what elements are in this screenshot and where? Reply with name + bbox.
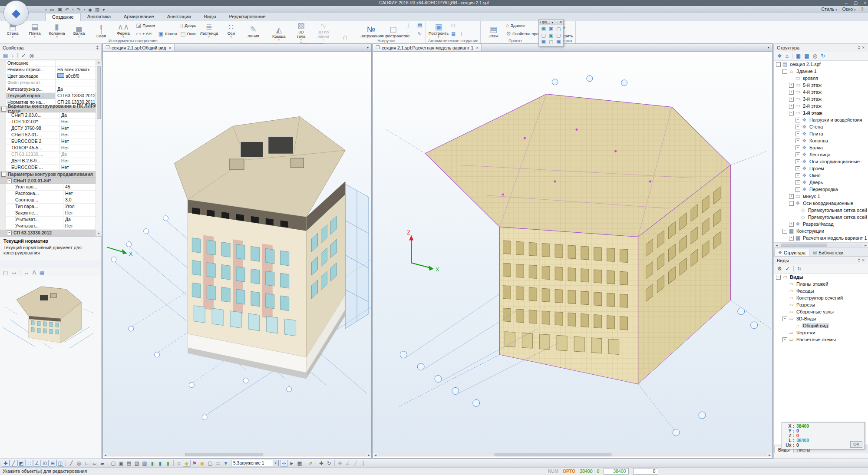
ribbon-button-5-0[interactable]: ▤Этаж (483, 25, 504, 38)
ribbon-button-1-1[interactable]: ▧3D тела▾ (290, 21, 311, 41)
expand-icon[interactable]: + (795, 187, 800, 192)
menu-0[interactable]: Стиль ▾ (821, 7, 837, 12)
property-group[interactable]: −СНиП 2.03.01-84* (0, 178, 101, 184)
ribbon-button-0-11[interactable]: ✎Линия (243, 25, 264, 38)
expand-icon[interactable]: + (795, 173, 800, 178)
load-case-combobox[interactable]: 5.Загружение 1▾ (231, 460, 279, 466)
viewport1-hscrollbar[interactable]: ◀ ▶ (103, 452, 371, 457)
property-value[interactable]: На всех этажах (56, 67, 101, 73)
property-row[interactable]: Угол про...45 (0, 184, 101, 191)
snap-line-icon[interactable]: ╱ (10, 460, 17, 467)
minimize-button[interactable]: – (845, 0, 848, 6)
property-value[interactable]: a0c8f0 (56, 73, 101, 79)
scroll-thumb[interactable] (495, 453, 611, 456)
image-icon[interactable]: ▦ (40, 270, 44, 276)
property-value[interactable]: СП 63.13330.2012▾ (56, 93, 101, 99)
app-logo-button[interactable]: ◆ (3, 0, 29, 26)
property-value[interactable] (56, 60, 101, 66)
sync-icon[interactable]: ◆ (88, 7, 92, 13)
structure-tab-1[interactable]: ▤Библиотеки (809, 249, 847, 256)
structure-tree-item-0[interactable]: −▤секция 2.1.spf (774, 61, 868, 68)
views-tree-item-0[interactable]: −▱Виды (774, 274, 868, 280)
palette-icon-3[interactable]: ▢ (555, 26, 562, 32)
copy-array-icon[interactable]: ▣ (117, 460, 125, 467)
structure-tree-item-3[interactable]: +▭5-й этаж (774, 82, 868, 89)
expand-icon[interactable]: + (795, 145, 800, 150)
ribbon-small-button-2-2-1[interactable]: ↓ (406, 30, 410, 37)
lock-y-icon[interactable]: ⊟ (49, 460, 56, 467)
property-group[interactable]: −Варианты конструирования в ПК ЛИРА-САПР (0, 106, 101, 112)
close-icon[interactable]: × (862, 45, 866, 50)
structure-tree-item-15[interactable]: +❖Проём (774, 165, 868, 172)
copy-icon[interactable]: ▢ (109, 460, 117, 467)
ribbon-button-0-10[interactable]: ∷Оси▾ (221, 23, 241, 38)
collapse-icon[interactable]: − (7, 178, 12, 183)
dropdown-caret-icon[interactable]: ▾ (84, 8, 86, 11)
viewport-analytic-model[interactable]: ❒ секция 2.1.spf:Расчетная модель вариан… (373, 43, 772, 459)
collapse-icon[interactable]: − (789, 201, 794, 206)
parallel-disabled-icon[interactable]: ∥ (360, 460, 367, 467)
ribbon-tab-3[interactable]: Аннотации (161, 13, 198, 21)
palette-icon-2[interactable]: ▣ (548, 26, 554, 32)
categorize-icon[interactable]: ▦ (3, 53, 8, 59)
apply-icon[interactable]: ✓ (21, 53, 26, 59)
property-row[interactable]: Цвет закладокa0c8f0 (0, 73, 101, 80)
structure-tree-item-17[interactable]: +❖Дверь (774, 179, 868, 186)
ribbon-tab-5[interactable]: Редактирование (222, 13, 272, 21)
close-icon[interactable]: × (862, 258, 866, 263)
ribbon-small-button-0-8-1[interactable]: ◫Окно (180, 30, 196, 37)
storey-copy-icon[interactable]: ▤ (125, 460, 133, 467)
structure-tree-item-19[interactable]: +▭минус 1 (774, 193, 868, 200)
view-settings-icon[interactable]: ⚙ (777, 266, 782, 272)
structure-tree-item-10[interactable]: +❖Плита (774, 130, 868, 137)
viewport2-canvas[interactable]: Z X (373, 52, 772, 452)
draw-line-icon[interactable]: ╱ (67, 460, 75, 467)
expand-icon[interactable]: + (789, 97, 794, 102)
chevron-down-icon[interactable]: ▾ (273, 460, 278, 466)
palette-icon-4[interactable]: ▢ (540, 33, 547, 38)
expand-icon[interactable]: + (795, 166, 800, 171)
export-icon[interactable]: ▣ (796, 53, 801, 59)
status-field-1[interactable]: 0 (633, 468, 658, 475)
home-icon[interactable]: ⌂ (785, 53, 789, 59)
dropdown-caret-icon[interactable]: ▾ (72, 8, 74, 11)
ribbon-small-button-0-6-1[interactable]: ▭± ΔН (136, 30, 155, 37)
snap-grid-icon[interactable]: ∷ (25, 460, 33, 467)
property-value[interactable]: Нет (59, 165, 101, 171)
views-tree-item-1[interactable]: ▱Планы этажей (774, 280, 868, 287)
ok-button[interactable]: OK (850, 441, 862, 448)
property-row[interactable]: ДБН В.2.6-9...Нет (0, 158, 101, 165)
property-row[interactable]: Тип пара...Угол (0, 204, 101, 210)
expand-icon[interactable]: + (795, 152, 800, 157)
ribbon-button-1-0[interactable]: ◭Крыша▾ (268, 26, 289, 41)
scroll-thumb[interactable] (781, 244, 827, 247)
expand-icon[interactable]: + (789, 194, 794, 199)
scroll-thumb[interactable] (97, 66, 101, 119)
table-icon[interactable]: ▦ (296, 460, 304, 467)
property-value[interactable]: Да (59, 152, 101, 158)
doc-icon[interactable]: ▢ (206, 460, 214, 467)
viewport2-tab[interactable]: ❒ секция 2.1.spf:Расчетная модель вариан… (373, 44, 482, 51)
search-icon[interactable]: ◎ (29, 53, 33, 59)
pin-icon[interactable]: ‡ (858, 45, 862, 50)
ribbon-button-4-0[interactable]: ▣Построить▾ (428, 23, 449, 38)
slope-disabled-icon[interactable]: ╱ (352, 460, 360, 467)
property-value[interactable] (56, 80, 101, 86)
structure-tree-item-6[interactable]: +▭2-й этаж (774, 102, 868, 109)
property-row[interactable]: EUROCODE ...Нет (0, 165, 101, 171)
structure-tree-item-24[interactable]: −▦Конструкции (774, 228, 868, 234)
palette-icon-6[interactable]: ▢ (555, 33, 562, 38)
collapse-icon[interactable]: − (789, 111, 794, 115)
expand-icon[interactable]: + (795, 118, 800, 122)
structure-hscrollbar[interactable]: ◀ ▶ (774, 242, 868, 247)
views-tree-item-5[interactable]: ▱Сборочные узлы (774, 308, 868, 315)
page-icon[interactable]: ▢ (3, 270, 8, 276)
layers-icon[interactable]: ≣ (214, 460, 222, 467)
structure-tree-item-9[interactable]: +❖Стена (774, 123, 868, 130)
scale-disabled-icon[interactable]: ∠ (344, 460, 352, 467)
structure-tree-item-2[interactable]: ▭кровля (774, 75, 868, 82)
help-icon[interactable]: ? (861, 7, 864, 12)
scroll-right-icon[interactable]: ▶ (863, 244, 868, 247)
add-model-icon[interactable]: ▦ (804, 53, 809, 59)
print-icon[interactable]: ▥ (95, 7, 99, 13)
